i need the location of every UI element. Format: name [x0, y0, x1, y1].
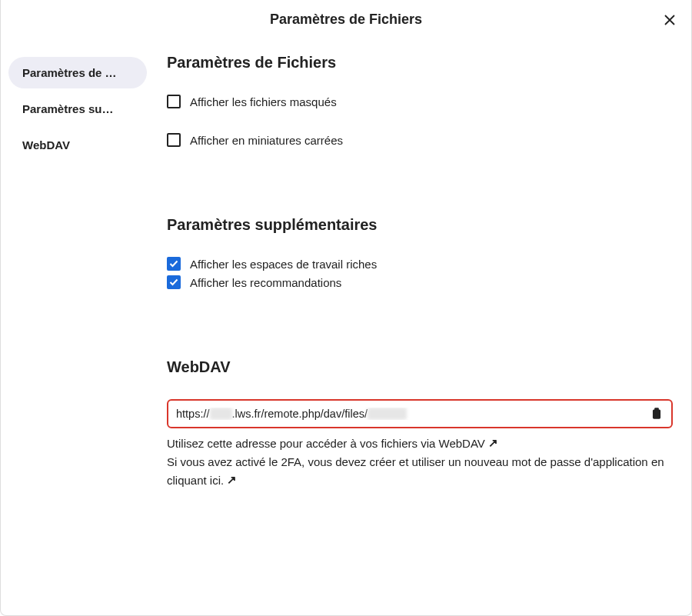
section-webdav: WebDAV https://xxxx.lws.fr/remote.php/da…: [167, 358, 673, 490]
option-show-hidden-label: Afficher les fichiers masqués: [190, 95, 337, 108]
option-square-thumbs[interactable]: Afficher en miniatures carrées: [167, 133, 673, 147]
option-show-hidden[interactable]: Afficher les fichiers masqués: [167, 95, 673, 108]
modal-body: Paramètres de … Paramètres su… WebDAV Pa…: [1, 38, 691, 615]
webdav-help-2-text: Si vous avez activé le 2FA, vous devez c…: [167, 455, 664, 487]
content: Paramètres de Fichiers Afficher les fich…: [155, 38, 691, 615]
sidebar-item-webdav[interactable]: WebDAV: [8, 129, 147, 161]
webdav-help-1[interactable]: Utilisez cette adresse pour accéder à vo…: [167, 435, 673, 453]
external-link-icon: ↗: [488, 434, 498, 452]
external-link-icon: ↗: [227, 471, 237, 489]
webdav-url-mid: .lws.fr/remote.php/dav/files/: [232, 408, 368, 420]
webdav-help-1-text: Utilisez cette adresse pour accéder à vo…: [167, 437, 485, 450]
webdav-help-2[interactable]: Si vous avez activé le 2FA, vous devez c…: [167, 453, 673, 490]
section-webdav-title: WebDAV: [167, 358, 673, 376]
close-button[interactable]: [660, 11, 679, 29]
webdav-user-redacted: xxxxxxx: [368, 408, 407, 420]
option-square-thumbs-label: Afficher en miniatures carrées: [190, 134, 343, 147]
section-files-title: Paramètres de Fichiers: [167, 54, 673, 72]
webdav-url-field[interactable]: https://xxxx.lws.fr/remote.php/dav/files…: [167, 399, 673, 428]
option-recommendations[interactable]: Afficher les recommandations: [167, 275, 673, 289]
clipboard-icon[interactable]: [650, 407, 664, 421]
close-icon: [664, 14, 676, 26]
option-rich-workspaces[interactable]: Afficher les espaces de travail riches: [167, 257, 673, 271]
checkbox-recommendations[interactable]: [167, 275, 181, 289]
svg-rect-1: [654, 408, 659, 410]
checkbox-rich-workspaces[interactable]: [167, 257, 181, 271]
checkbox-square-thumbs[interactable]: [167, 133, 181, 147]
option-recommendations-label: Afficher les recommandations: [190, 276, 341, 289]
modal-title: Paramètres de Fichiers: [270, 12, 422, 28]
svg-rect-0: [653, 409, 660, 418]
section-extra-title: Paramètres supplémentaires: [167, 216, 673, 234]
webdav-url-value[interactable]: https://xxxx.lws.fr/remote.php/dav/files…: [176, 408, 650, 420]
webdav-url-prefix: https://: [176, 408, 210, 420]
section-extra: Paramètres supplémentaires Afficher les …: [167, 216, 673, 289]
checkbox-show-hidden[interactable]: [167, 95, 181, 108]
modal-header: Paramètres de Fichiers: [1, 0, 691, 38]
webdav-host-redacted: xxxx: [210, 408, 232, 420]
sidebar: Paramètres de … Paramètres su… WebDAV: [1, 38, 155, 615]
sidebar-item-files[interactable]: Paramètres de …: [8, 57, 147, 88]
file-settings-modal: Paramètres de Fichiers Paramètres de … P…: [0, 0, 692, 616]
section-files: Paramètres de Fichiers Afficher les fich…: [167, 54, 673, 147]
sidebar-item-extra[interactable]: Paramètres su…: [8, 93, 147, 125]
option-rich-workspaces-label: Afficher les espaces de travail riches: [190, 258, 377, 271]
